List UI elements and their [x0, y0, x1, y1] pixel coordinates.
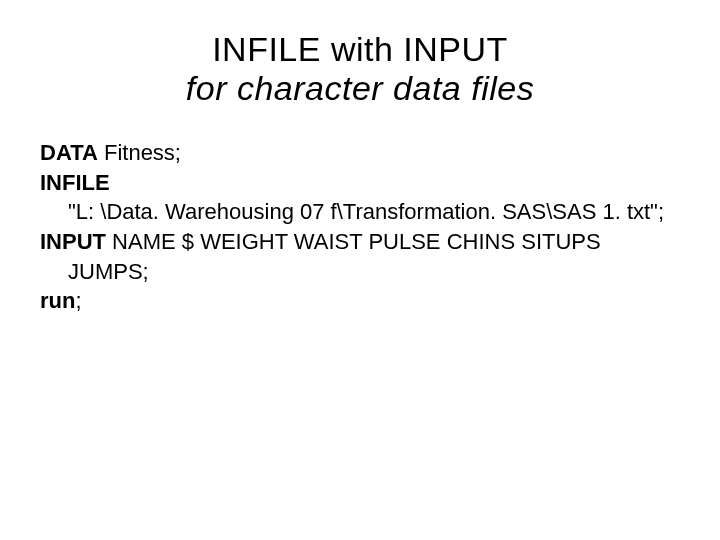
- slide-title: INFILE with INPUT for character data fil…: [40, 30, 680, 108]
- code-line-data: DATA Fitness;: [40, 138, 680, 168]
- code-text-input-rest: NAME $ WEIGHT WAIST PULSE CHINS SITUPS: [106, 229, 601, 254]
- code-line-input-cont: JUMPS;: [40, 257, 680, 287]
- keyword-input: INPUT: [40, 229, 106, 254]
- code-line-run: run;: [40, 286, 680, 316]
- code-line-infile: INFILE: [40, 168, 680, 198]
- code-text-run-semi: ;: [75, 288, 81, 313]
- keyword-data: DATA: [40, 140, 98, 165]
- code-block: DATA Fitness; INFILE "L: \Data. Warehous…: [40, 138, 680, 316]
- title-line-1: INFILE with INPUT: [40, 30, 680, 69]
- keyword-run: run: [40, 288, 75, 313]
- code-line-infile-path: "L: \Data. Warehousing 07 f\Transformati…: [40, 197, 680, 227]
- code-text-data-rest: Fitness;: [98, 140, 181, 165]
- keyword-infile: INFILE: [40, 170, 110, 195]
- title-line-2: for character data files: [40, 69, 680, 108]
- code-line-input: INPUT NAME $ WEIGHT WAIST PULSE CHINS SI…: [40, 227, 680, 257]
